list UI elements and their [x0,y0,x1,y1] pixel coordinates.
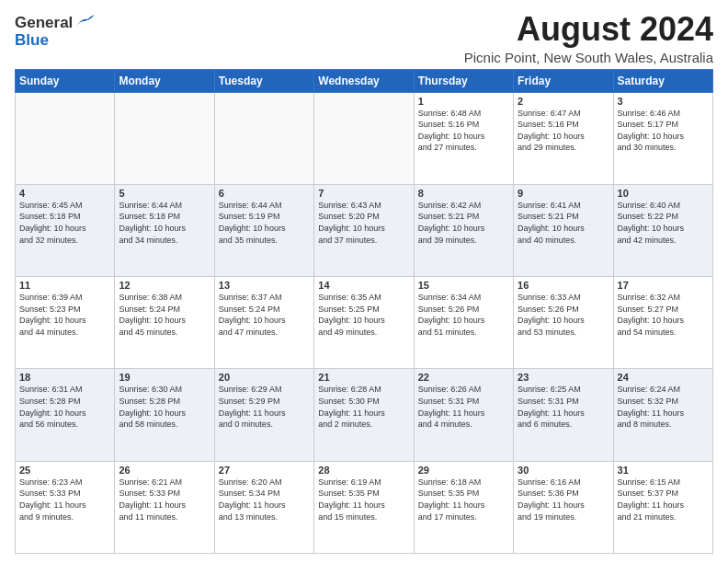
day-number: 6 [219,188,310,199]
table-cell: 11Sunrise: 6:39 AMSunset: 5:23 PMDayligh… [16,277,115,369]
logo-bird-icon [74,14,95,30]
table-cell [214,92,313,184]
table-cell: 20Sunrise: 6:29 AMSunset: 5:29 PMDayligh… [214,369,313,461]
week-row-5: 25Sunrise: 6:23 AMSunset: 5:33 PMDayligh… [16,461,713,553]
day-number: 28 [318,465,409,476]
day-info: Sunrise: 6:15 AMSunset: 5:37 PMDaylight:… [618,477,709,523]
day-number: 21 [318,372,409,383]
table-cell: 13Sunrise: 6:37 AMSunset: 5:24 PMDayligh… [214,277,313,369]
table-cell: 29Sunrise: 6:18 AMSunset: 5:35 PMDayligh… [414,461,513,553]
col-monday: Monday [115,69,214,92]
day-info: Sunrise: 6:37 AMSunset: 5:24 PMDaylight:… [219,292,310,338]
day-info: Sunrise: 6:31 AMSunset: 5:28 PMDaylight:… [19,384,110,430]
day-info: Sunrise: 6:32 AMSunset: 5:27 PMDaylight:… [618,292,709,338]
day-number: 22 [418,372,509,383]
col-sunday: Sunday [16,69,115,92]
week-row-4: 18Sunrise: 6:31 AMSunset: 5:28 PMDayligh… [16,369,713,461]
day-number: 2 [518,96,609,107]
day-number: 31 [618,465,709,476]
table-cell: 27Sunrise: 6:20 AMSunset: 5:34 PMDayligh… [214,461,313,553]
day-info: Sunrise: 6:38 AMSunset: 5:24 PMDaylight:… [119,292,210,338]
table-cell: 24Sunrise: 6:24 AMSunset: 5:32 PMDayligh… [613,369,712,461]
table-cell: 15Sunrise: 6:34 AMSunset: 5:26 PMDayligh… [414,277,513,369]
table-cell: 21Sunrise: 6:28 AMSunset: 5:30 PMDayligh… [314,369,414,461]
table-cell: 26Sunrise: 6:21 AMSunset: 5:33 PMDayligh… [115,461,214,553]
day-number: 5 [119,188,210,199]
day-number: 19 [119,372,210,383]
table-cell: 4Sunrise: 6:45 AMSunset: 5:18 PMDaylight… [16,184,115,276]
col-saturday: Saturday [613,69,712,92]
day-number: 4 [19,188,110,199]
day-info: Sunrise: 6:35 AMSunset: 5:25 PMDaylight:… [318,292,409,338]
day-number: 30 [518,465,609,476]
col-friday: Friday [514,69,613,92]
day-number: 23 [518,372,609,383]
day-number: 12 [119,280,210,291]
day-info: Sunrise: 6:40 AMSunset: 5:22 PMDaylight:… [618,200,709,246]
day-number: 11 [19,280,110,291]
day-number: 1 [418,96,509,107]
table-cell: 31Sunrise: 6:15 AMSunset: 5:37 PMDayligh… [613,461,712,553]
col-thursday: Thursday [414,69,513,92]
day-number: 10 [618,188,709,199]
table-cell: 16Sunrise: 6:33 AMSunset: 5:26 PMDayligh… [514,277,613,369]
day-number: 29 [418,465,509,476]
table-cell: 10Sunrise: 6:40 AMSunset: 5:22 PMDayligh… [613,184,712,276]
table-cell: 23Sunrise: 6:25 AMSunset: 5:31 PMDayligh… [514,369,613,461]
day-info: Sunrise: 6:28 AMSunset: 5:30 PMDaylight:… [318,384,409,430]
week-row-2: 4Sunrise: 6:45 AMSunset: 5:18 PMDaylight… [16,184,713,276]
calendar-table: Sunday Monday Tuesday Wednesday Thursday… [15,69,713,554]
day-info: Sunrise: 6:46 AMSunset: 5:17 PMDaylight:… [618,108,709,154]
day-info: Sunrise: 6:44 AMSunset: 5:19 PMDaylight:… [219,200,310,246]
col-wednesday: Wednesday [314,69,414,92]
table-cell: 25Sunrise: 6:23 AMSunset: 5:33 PMDayligh… [16,461,115,553]
day-info: Sunrise: 6:42 AMSunset: 5:21 PMDaylight:… [418,200,509,246]
table-cell [115,92,214,184]
header: General Blue August 2024 Picnic Point, N… [15,11,713,65]
day-number: 25 [19,465,110,476]
day-info: Sunrise: 6:26 AMSunset: 5:31 PMDaylight:… [418,384,509,430]
table-cell [16,92,115,184]
day-info: Sunrise: 6:44 AMSunset: 5:18 PMDaylight:… [119,200,210,246]
day-info: Sunrise: 6:39 AMSunset: 5:23 PMDaylight:… [19,292,110,338]
day-number: 7 [318,188,409,199]
day-number: 9 [518,188,609,199]
day-info: Sunrise: 6:29 AMSunset: 5:29 PMDaylight:… [219,384,310,430]
day-info: Sunrise: 6:23 AMSunset: 5:33 PMDaylight:… [19,477,110,523]
title-block: August 2024 Picnic Point, New South Wale… [464,11,713,65]
page: General Blue August 2024 Picnic Point, N… [0,0,728,563]
logo-general: General [15,15,73,32]
table-cell: 3Sunrise: 6:46 AMSunset: 5:17 PMDaylight… [613,92,712,184]
day-info: Sunrise: 6:47 AMSunset: 5:16 PMDaylight:… [518,108,609,154]
day-number: 13 [219,280,310,291]
week-row-1: 1Sunrise: 6:48 AMSunset: 5:16 PMDaylight… [16,92,713,184]
table-cell: 2Sunrise: 6:47 AMSunset: 5:16 PMDaylight… [514,92,613,184]
day-info: Sunrise: 6:16 AMSunset: 5:36 PMDaylight:… [518,477,609,523]
day-number: 18 [19,372,110,383]
table-cell: 1Sunrise: 6:48 AMSunset: 5:16 PMDaylight… [414,92,513,184]
logo-blue: Blue [15,32,49,50]
table-cell: 19Sunrise: 6:30 AMSunset: 5:28 PMDayligh… [115,369,214,461]
col-tuesday: Tuesday [214,69,313,92]
day-info: Sunrise: 6:48 AMSunset: 5:16 PMDaylight:… [418,108,509,154]
day-number: 14 [318,280,409,291]
day-info: Sunrise: 6:45 AMSunset: 5:18 PMDaylight:… [19,200,110,246]
day-info: Sunrise: 6:43 AMSunset: 5:20 PMDaylight:… [318,200,409,246]
table-cell: 28Sunrise: 6:19 AMSunset: 5:35 PMDayligh… [314,461,414,553]
table-cell [314,92,414,184]
day-number: 27 [219,465,310,476]
table-cell: 30Sunrise: 6:16 AMSunset: 5:36 PMDayligh… [514,461,613,553]
table-cell: 7Sunrise: 6:43 AMSunset: 5:20 PMDaylight… [314,184,414,276]
day-info: Sunrise: 6:21 AMSunset: 5:33 PMDaylight:… [119,477,210,523]
day-info: Sunrise: 6:19 AMSunset: 5:35 PMDaylight:… [318,477,409,523]
logo: General Blue [15,15,95,49]
day-number: 8 [418,188,509,199]
day-number: 3 [618,96,709,107]
day-number: 16 [518,280,609,291]
table-cell: 12Sunrise: 6:38 AMSunset: 5:24 PMDayligh… [115,277,214,369]
table-cell: 18Sunrise: 6:31 AMSunset: 5:28 PMDayligh… [16,369,115,461]
table-cell: 22Sunrise: 6:26 AMSunset: 5:31 PMDayligh… [414,369,513,461]
calendar-title: August 2024 [464,11,713,48]
day-info: Sunrise: 6:33 AMSunset: 5:26 PMDaylight:… [518,292,609,338]
day-info: Sunrise: 6:18 AMSunset: 5:35 PMDaylight:… [418,477,509,523]
